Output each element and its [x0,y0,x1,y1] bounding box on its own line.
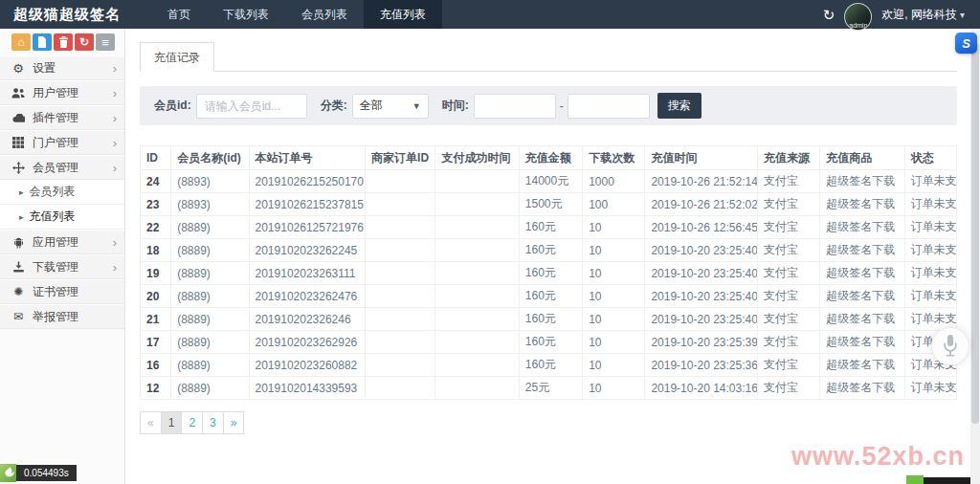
chevron-right-icon: › [113,62,117,75]
table-cell [366,377,435,400]
refresh-icon[interactable]: ↻ [823,8,835,22]
sidebar-item[interactable]: ✺证书管理 [0,279,124,304]
table-cell: 2019-10-20 23:25:39 [645,331,758,354]
nav-item[interactable]: 充值列表 [364,0,442,29]
table-row: 24(8893)2019102621525017014000元10002019-… [141,170,957,193]
pagination-page[interactable]: 2 [181,411,203,434]
sidebar-subitem-label: 充值列表 [30,209,76,225]
table-cell [366,170,435,193]
pagination-page[interactable]: 1 [161,411,183,434]
table-cell: 超级签名下载 [820,331,904,354]
pagination-page[interactable]: 3 [202,411,224,434]
table-cell: 超级签名下载 [820,262,904,285]
sidebar-item[interactable]: 门户管理› [0,130,124,155]
table-cell [435,354,519,377]
certificate-icon: ✺ [10,285,27,298]
scrollbar-thumb[interactable] [971,43,979,424]
trace-timer[interactable]: 0.054493s [0,464,77,482]
sidebar-subitem-label: 会员列表 [30,184,76,200]
table-cell: 22 [141,216,171,239]
chevron-down-icon: ▼ [412,101,421,111]
browser-extension-icon[interactable]: S [955,33,977,54]
home-button[interactable]: ⌂ [11,33,31,51]
table-cell: 160元 [519,308,582,331]
table-cell [435,216,519,239]
table-cell: 16 [141,354,171,377]
table-cell: 10 [583,377,645,400]
microphone-button[interactable] [931,327,969,365]
users-icon [10,87,27,99]
list-button[interactable]: ≡ [96,33,115,51]
table-cell: 2019-10-20 23:25:40 [645,285,758,308]
nav-item[interactable]: 下载列表 [207,0,285,29]
time-to-input[interactable] [568,94,650,119]
sidebar-item-label: 插件管理 [33,110,78,126]
sidebar-item[interactable]: 插件管理› [0,105,124,130]
sidebar-item[interactable]: 会员管理› [0,155,124,180]
chevron-right-icon: › [113,137,117,149]
table-cell: 2019-10-26 21:52:14 [645,170,758,193]
column-header: ID [141,146,171,170]
table-cell: 17 [141,331,171,354]
tab-bar: 充值记录 [140,42,957,72]
chevron-right-icon: › [113,162,117,174]
sidebar-item[interactable]: 用户管理› [0,80,124,105]
table-row: 22(8889)20191026125721976160元102019-10-2… [141,216,957,239]
table-cell [366,285,435,308]
sidebar-item[interactable]: 下载管理› [0,254,124,279]
vertical-scrollbar[interactable]: ▲ [970,29,980,484]
table-row: 21(8889)201910202326246160元102019-10-20 … [141,308,957,331]
sidebar-item-label: 举报管理 [33,309,78,325]
pagination-next[interactable]: » [223,411,245,434]
user-menu[interactable]: 欢迎, 网络科技▾ [881,7,965,23]
table-cell: 14000元 [519,170,582,193]
table-cell: 订单未支付 [904,239,956,262]
sidebar-subitem[interactable]: ▸会员列表 [0,180,124,205]
exec-time-badge: 0.054493s [16,465,77,481]
sidebar-item[interactable]: 应用管理› [0,230,124,254]
avatar[interactable]: admin [844,3,872,31]
table-cell [366,354,435,377]
table-cell: 20 [141,285,171,308]
table-cell: 2019-10-20 23:25:40 [645,239,758,262]
sidebar-item-label: 设置 [33,60,56,77]
table-row: 20(8889)2019102023262476160元102019-10-20… [141,285,957,308]
column-header: 下载次数 [583,146,645,170]
table-cell: 支付宝 [757,262,819,285]
recharge-admin-page: 超级猫超级签名 首页下载列表会员列表充值列表 ↻ admin 欢迎, 网络科技▾… [0,0,980,484]
search-button[interactable]: 搜索 [657,93,702,119]
member-id-label: 会员id: [154,98,191,114]
time-from-input[interactable] [474,94,556,119]
table-cell: 10 [583,216,645,239]
sidebar-item[interactable]: ✉举报管理 [0,304,124,329]
top-navbar: 超级猫超级签名 首页下载列表会员列表充值列表 ↻ admin 欢迎, 网络科技▾ [0,0,980,29]
triangle-bullet-icon: ▸ [19,187,24,197]
table-cell: 160元 [519,239,582,262]
table-cell: (8889) [171,331,249,354]
table-cell: 21 [141,308,171,331]
nav-item[interactable]: 首页 [151,0,207,29]
member-id-input[interactable] [196,94,307,119]
trash-button[interactable] [54,33,73,51]
category-select[interactable]: 全部 ▼ [352,94,429,119]
nav-item[interactable]: 会员列表 [285,0,364,29]
move-icon [10,162,27,174]
app-brand: 超级猫超级签名 [0,0,134,29]
file-button[interactable] [33,33,52,51]
pagination: «123» [140,411,244,434]
table-cell: 超级签名下载 [820,239,904,262]
sidebar-subitem[interactable]: ▸充值列表 [0,205,124,230]
sidebar-item[interactable]: ⚙设置› [0,55,124,80]
pagination-prev[interactable]: « [140,411,162,434]
table-row: 12(8889)201910201433959325元102019-10-20 … [141,377,957,400]
refresh-button[interactable]: ↻ [75,33,94,51]
trash-icon [58,36,69,48]
table-cell: 20191026215250170 [249,170,366,193]
table-cell [366,262,435,285]
sidebar-item-label: 下载管理 [33,259,78,275]
cloud-icon [10,114,27,122]
tab-recharge-records[interactable]: 充值记录 [140,42,214,72]
table-cell: 超级签名下载 [820,308,904,331]
table-cell: 20191026215237815 [249,193,366,216]
table-cell: 订单未支付 [904,216,956,239]
